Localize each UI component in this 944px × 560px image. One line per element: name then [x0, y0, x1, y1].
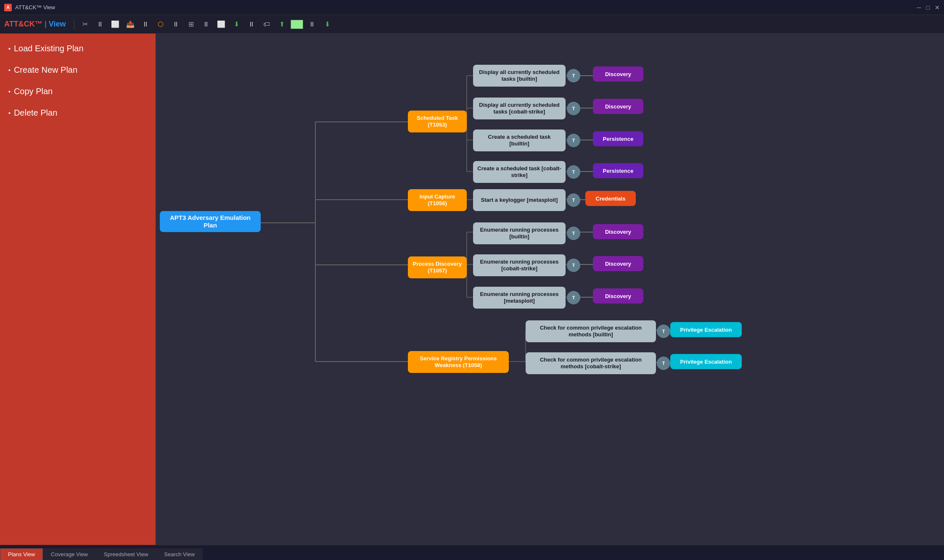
bullet-delete: • [8, 110, 11, 116]
action-label: Create a scheduled task [builtin] [477, 134, 561, 147]
bullet-copy: • [8, 88, 11, 95]
tag-privilege-2: Privilege Escalation [670, 354, 742, 369]
tag-discovery-5: Discovery [593, 288, 643, 304]
action-node-3[interactable]: Create a scheduled task [builtin] [473, 129, 566, 151]
action-node-6[interactable]: Enumerate running processes [builtin] [473, 222, 566, 244]
app-title: ATT&CK™ | View [4, 20, 66, 29]
action-node-1[interactable]: Display all currently scheduled tasks [b… [473, 65, 566, 87]
technique-node-service-registry[interactable]: Service Registry Permissions Weakness (T… [408, 351, 509, 373]
main-content: • Load Existing Plan • Create New Plan •… [0, 34, 944, 545]
circle-t-7: T [567, 259, 580, 272]
technique-label: Scheduled Task(T1053) [417, 115, 458, 128]
sidebar-item-delete[interactable]: • Delete Plan [0, 102, 156, 124]
sidebar-item-load[interactable]: • Load Existing Plan [0, 38, 156, 59]
sidebar-label-create: Create New Plan [14, 65, 77, 75]
diagram-canvas: APT3 Adversary Emulation Plan Scheduled … [156, 34, 944, 545]
technique-node-process-discovery[interactable]: Process Discovery(T1057) [408, 256, 467, 278]
tag-discovery-3: Discovery [593, 224, 643, 239]
action-node-10[interactable]: Check for common privilege escalation me… [526, 352, 656, 374]
circle-t-9: T [657, 325, 670, 338]
app-container: ATT&CK™ | View ✂ ⏸ ⬜ 📤 ⏸ ⬡ ⏸ ⊞ ⏸ ⬜ ⬇ ⏸ 🏷… [0, 15, 944, 560]
cut-button[interactable]: ✂ [79, 18, 91, 31]
tag-discovery-4: Discovery [593, 256, 643, 271]
action-label: Display all currently scheduled tasks [b… [477, 69, 561, 82]
fit-button[interactable]: ⬜ [215, 18, 227, 31]
plan-node[interactable]: APT3 Adversary Emulation Plan [160, 211, 261, 232]
bullet-load: • [8, 45, 11, 52]
technique-label: Process Discovery(T1057) [413, 261, 462, 274]
tab-search-view[interactable]: Search View [156, 548, 203, 560]
pause-button-1[interactable]: ⏸ [94, 18, 106, 31]
sidebar: • Load Existing Plan • Create New Plan •… [0, 34, 156, 545]
technique-label: Input Capture(T1056) [420, 193, 455, 206]
tag-credentials-1: Credentials [585, 191, 636, 206]
window-title: ATT&CK™ View [15, 4, 55, 11]
action-node-7[interactable]: Enumerate running processes [cobalt-stri… [473, 254, 566, 276]
sidebar-label-load: Load Existing Plan [14, 44, 84, 53]
technique-label: Service Registry Permissions Weakness (T… [412, 355, 505, 368]
circle-t-2: T [567, 102, 580, 115]
tab-coverage-view[interactable]: Coverage View [43, 548, 96, 560]
action-label: Enumerate running processes [builtin] [477, 227, 561, 240]
tag-persistence-1: Persistence [593, 131, 643, 146]
action-label: Enumerate running processes [cobalt-stri… [477, 259, 561, 272]
action-node-8[interactable]: Enumerate running processes [metasploit] [473, 287, 566, 309]
action-node-5[interactable]: Start a keylogger [metasploit] [473, 189, 566, 211]
circle-t-8: T [567, 291, 580, 304]
app-icon: A [4, 4, 12, 11]
pause-button-5[interactable]: ⏸ [245, 18, 258, 31]
circle-t-3: T [567, 134, 580, 147]
pause-button-6[interactable]: ⏸ [306, 18, 318, 31]
action-label: Check for common privilege escalation me… [530, 357, 652, 370]
tag-discovery-2: Discovery [593, 99, 643, 114]
download-green-button[interactable]: ⬇ [321, 18, 333, 31]
action-node-2[interactable]: Display all currently scheduled tasks [c… [473, 98, 566, 119]
technique-node-input-capture[interactable]: Input Capture(T1056) [408, 189, 467, 211]
action-label: Enumerate running processes [metasploit] [477, 291, 561, 304]
toolbar: ATT&CK™ | View ✂ ⏸ ⬜ 📤 ⏸ ⬡ ⏸ ⊞ ⏸ ⬜ ⬇ ⏸ 🏷… [0, 15, 944, 34]
pause-button-2[interactable]: ⏸ [139, 18, 152, 31]
tag-privilege-1: Privilege Escalation [670, 322, 742, 337]
circle-t-6: T [567, 227, 580, 240]
sidebar-label-delete: Delete Plan [14, 108, 57, 118]
titlebar: A ATT&CK™ View ─ □ ✕ [0, 0, 944, 15]
bottom-tabs: Plans View Coverage View Spreedsheet Vie… [0, 545, 944, 560]
title-part2: View [49, 20, 66, 28]
tag-persistence-2: Persistence [593, 163, 643, 178]
technique-node-scheduled-task[interactable]: Scheduled Task(T1053) [408, 111, 467, 132]
tag-button[interactable]: 🏷 [260, 18, 273, 31]
circle-t-4: T [567, 165, 580, 179]
tab-spreadsheet-view[interactable]: Spreedsheet View [96, 548, 156, 560]
pause-button-3[interactable]: ⏸ [169, 18, 182, 31]
circle-t-1: T [567, 69, 580, 82]
tab-plans-view[interactable]: Plans View [0, 548, 43, 560]
action-label: Start a keylogger [metasploit] [481, 197, 558, 203]
close-button[interactable]: ✕ [935, 4, 940, 11]
hex-button[interactable]: ⬡ [154, 18, 167, 31]
action-label: Check for common privilege escalation me… [530, 325, 652, 338]
color-picker[interactable] [291, 20, 303, 29]
circle-t-10: T [657, 357, 670, 370]
pause-button-4[interactable]: ⏸ [200, 18, 212, 31]
sidebar-item-create[interactable]: • Create New Plan [0, 59, 156, 81]
action-node-9[interactable]: Check for common privilege escalation me… [526, 320, 656, 342]
toolbar-separator-1 [74, 19, 74, 29]
sidebar-label-copy: Copy Plan [14, 87, 53, 96]
maximize-button[interactable]: □ [926, 4, 930, 11]
export-button[interactable]: 📤 [124, 18, 137, 31]
grid-button[interactable]: ⊞ [185, 18, 197, 31]
title-separator: | [45, 20, 49, 28]
title-part1: ATT&CK™ [4, 20, 42, 28]
action-label: Create a scheduled task [cobalt-strike] [477, 165, 561, 178]
tag-discovery-1: Discovery [593, 66, 643, 82]
action-label: Display all currently scheduled tasks [c… [477, 102, 561, 115]
bullet-create: • [8, 67, 11, 74]
minimize-button[interactable]: ─ [917, 4, 921, 11]
down-arrow-button[interactable]: ⬇ [230, 18, 243, 31]
square-button[interactable]: ⬜ [109, 18, 122, 31]
sidebar-item-copy[interactable]: • Copy Plan [0, 81, 156, 102]
circle-t-5: T [567, 193, 580, 207]
action-node-4[interactable]: Create a scheduled task [cobalt-strike] [473, 161, 566, 183]
up-arrow-button[interactable]: ⬆ [275, 18, 288, 31]
window-controls: ─ □ ✕ [917, 4, 940, 11]
